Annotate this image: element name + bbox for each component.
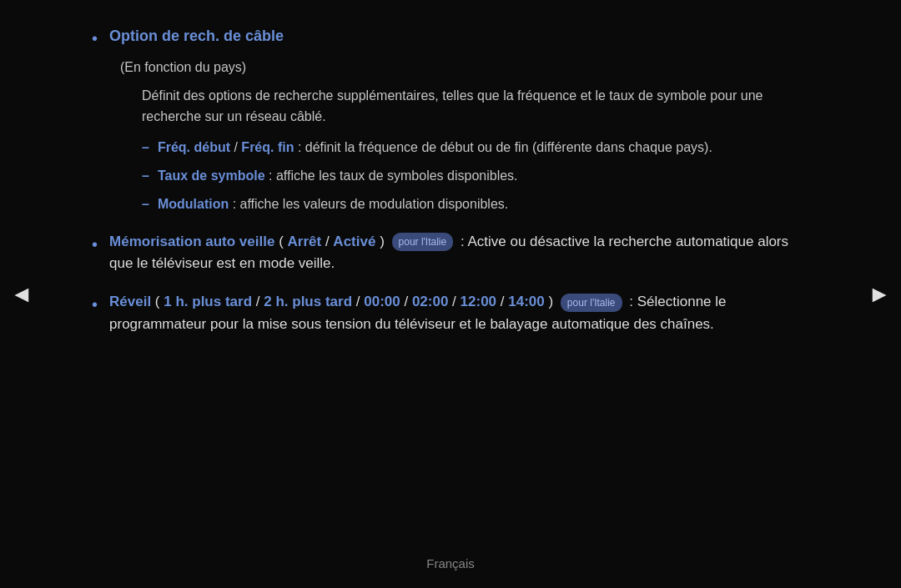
sep-3c: / — [404, 294, 411, 309]
highlight-reveil: Réveil — [109, 294, 151, 309]
sub-dash-2: – — [142, 166, 149, 186]
sub-list-1: – Fréq. début / Fréq. fin : définit la f… — [142, 138, 809, 214]
nav-arrow-left[interactable]: ◄ — [10, 277, 33, 312]
highlight-freq-fin: Fréq. fin — [241, 140, 294, 154]
nav-arrow-right[interactable]: ► — [868, 277, 891, 312]
sub-item-rest-1-2: : affiche les taux de symboles disponibl… — [269, 168, 518, 183]
highlight-memorisation: Mémorisation auto veille — [109, 234, 274, 249]
highlight-taux-symbole: Taux de symbole — [158, 168, 265, 183]
pre-badge-2: ( — [279, 234, 284, 249]
sub-item-text-1-3: Modulation : affiche les valeurs de modu… — [158, 194, 508, 214]
badge-italie-2: pour l'Italie — [392, 233, 454, 252]
highlight-0200: 02:00 — [412, 294, 448, 309]
sub-item-rest-1-1: : définit la fréquence de début ou de fi… — [298, 140, 712, 154]
sub-dash-3: – — [142, 194, 149, 214]
sub-item-1-1: – Fréq. début / Fréq. fin : définit la f… — [142, 138, 809, 158]
sep-3e: / — [501, 294, 508, 309]
footer-text: Français — [426, 556, 475, 570]
content-area: • Option de rech. de câble (En fonction … — [67, 25, 834, 335]
bullet-title-row-1: • Option de rech. de câble — [92, 25, 809, 51]
highlight-arret: Arrêt — [288, 234, 322, 249]
sub-dash-1: – — [142, 138, 149, 158]
highlight-1400: 14:00 — [508, 294, 544, 309]
bullet-item-1: • Option de rech. de câble (En fonction … — [92, 25, 809, 214]
highlight-active: Activé — [333, 234, 375, 249]
bullet-subtitle-1: (En fonction du pays) — [120, 58, 809, 78]
bullet-dot-2: • — [92, 232, 98, 257]
sub-item-text-1-2: Taux de symbole : affiche les taux de sy… — [158, 166, 518, 186]
highlight-freq-debut: Fréq. début — [158, 140, 230, 154]
sub-item-text-1-1: Fréq. début / Fréq. fin : définit la fré… — [158, 138, 712, 158]
sep-3d: / — [452, 294, 460, 309]
sep-2: / — [325, 234, 333, 249]
sep-3b: / — [356, 294, 364, 309]
highlight-1200: 12:00 — [461, 294, 496, 309]
bullet-dot-1: • — [92, 26, 98, 51]
highlight-2h: 2 h. plus tard — [264, 294, 352, 309]
highlight-0000: 00:00 — [364, 294, 400, 309]
bullet-description-1: Définit des options de recherche supplém… — [142, 86, 809, 128]
sub-item-1-2: – Taux de symbole : affiche les taux de … — [142, 166, 809, 186]
bullet-title-1: Option de rech. de câble — [109, 25, 284, 48]
page-container: ◄ ► • Option de rech. de câble (En fonct… — [0, 0, 901, 588]
post-badge-2: ) — [380, 234, 385, 249]
bullet-item-2: • Mémorisation auto veille ( Arrêt / Act… — [92, 231, 809, 275]
bullet-2-content: Mémorisation auto veille ( Arrêt / Activ… — [109, 231, 809, 275]
highlight-1h: 1 h. plus tard — [164, 294, 252, 309]
sep-3a: / — [256, 294, 264, 309]
sub-item-rest-1-3: : affiche les valeurs de modulation disp… — [233, 197, 509, 211]
highlight-modulation: Modulation — [158, 197, 229, 211]
badge-italie-3: pour l'Italie — [561, 294, 622, 313]
reveil-paren-close: ) — [548, 294, 553, 309]
reveil-paren-open: ( — [155, 294, 160, 309]
bullet-3-content: Réveil ( 1 h. plus tard / 2 h. plus tard… — [109, 291, 809, 335]
sub-item-1-3: – Modulation : affiche les valeurs de mo… — [142, 194, 809, 214]
footer: Français — [0, 555, 901, 574]
bullet-title-row-2: • Mémorisation auto veille ( Arrêt / Act… — [92, 231, 809, 275]
bullet-item-3: • Réveil ( 1 h. plus tard / 2 h. plus ta… — [92, 291, 809, 335]
bullet-title-row-3: • Réveil ( 1 h. plus tard / 2 h. plus ta… — [92, 291, 809, 335]
bullet-dot-3: • — [92, 292, 98, 317]
